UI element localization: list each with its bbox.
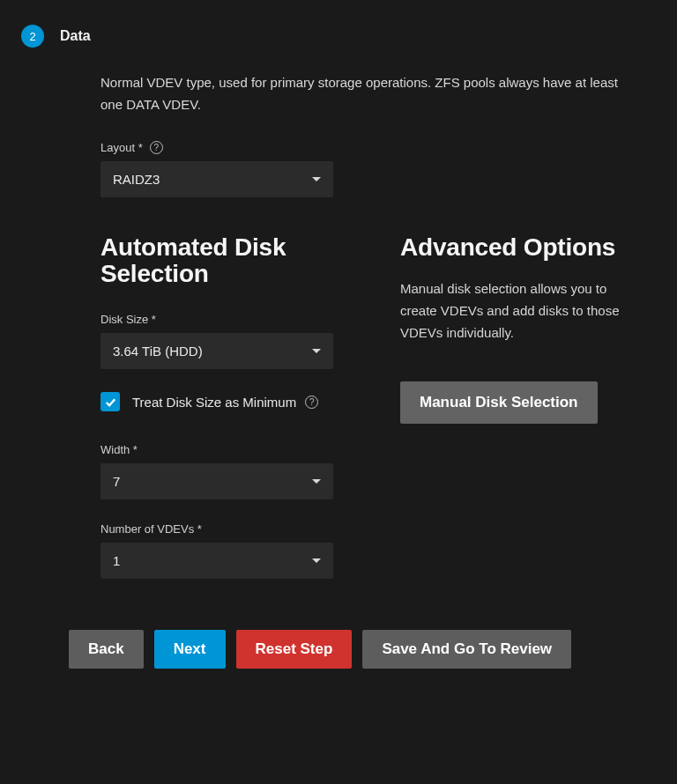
step-number-badge: 2 (21, 25, 44, 48)
automated-heading: Automated Disk Selection (100, 234, 365, 289)
advanced-description: Manual disk selection allows you to crea… (400, 278, 629, 344)
treat-minimum-label: Treat Disk Size as Minimum (132, 395, 296, 410)
disk-size-value: 3.64 TiB (HDD) (113, 344, 203, 359)
layout-value: RAIDZ3 (113, 172, 160, 187)
num-vdevs-label: Number of VDEVs * (100, 522, 202, 536)
check-icon (104, 396, 117, 409)
treat-minimum-checkbox[interactable] (100, 392, 120, 411)
num-vdevs-value: 1 (113, 553, 120, 568)
chevron-down-icon (312, 479, 321, 484)
advanced-heading: Advanced Options (400, 234, 629, 262)
disk-size-select[interactable]: 3.64 TiB (HDD) (100, 333, 333, 369)
next-button[interactable]: Next (154, 630, 226, 669)
step-description: Normal VDEV type, used for primary stora… (100, 72, 638, 116)
layout-label: Layout * (100, 141, 143, 154)
num-vdevs-select[interactable]: 1 (100, 543, 333, 579)
chevron-down-icon (312, 558, 321, 563)
disk-size-label: Disk Size * (100, 313, 156, 326)
width-value: 7 (113, 474, 120, 489)
save-review-button[interactable]: Save And Go To Review (362, 630, 571, 669)
chevron-down-icon (312, 177, 321, 181)
back-button[interactable]: Back (69, 630, 144, 669)
help-icon[interactable]: ? (305, 396, 318, 409)
manual-disk-selection-button[interactable]: Manual Disk Selection (400, 381, 598, 424)
help-icon[interactable]: ? (150, 141, 163, 154)
reset-step-button[interactable]: Reset Step (236, 630, 353, 669)
width-select[interactable]: 7 (100, 463, 333, 499)
chevron-down-icon (312, 349, 321, 353)
layout-select[interactable]: RAIDZ3 (100, 161, 333, 197)
step-title: Data (60, 28, 91, 44)
width-label: Width * (100, 443, 138, 456)
